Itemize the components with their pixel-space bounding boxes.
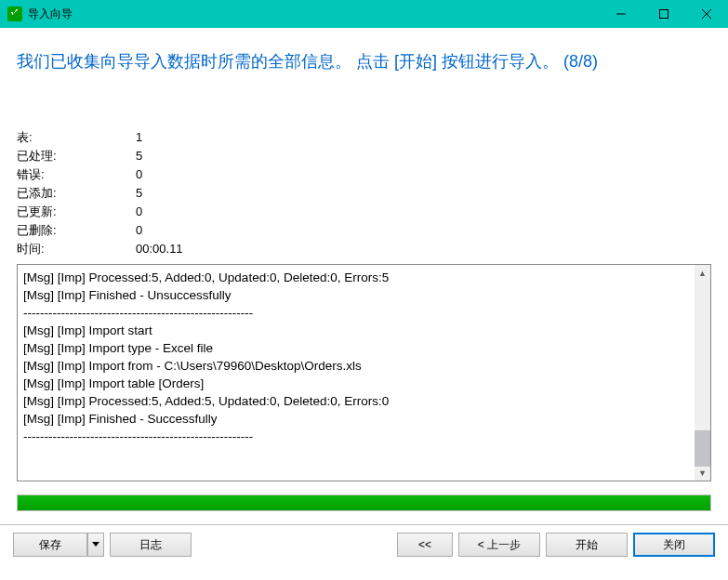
stat-row: 时间:00:00.11	[17, 240, 711, 258]
minimize-button[interactable]	[600, 0, 642, 28]
stats-table: 表:1 已处理:5 错误:0 已添加:5 已更新:0 已删除:0 时间:00:0…	[17, 128, 711, 258]
window-controls	[600, 0, 728, 28]
svg-rect-2	[660, 10, 668, 19]
scrollbar[interactable]: ▲ ▼	[695, 265, 710, 481]
start-button[interactable]: 开始	[546, 533, 628, 557]
first-step-button[interactable]: <<	[397, 533, 453, 557]
stat-value: 00:00.11	[136, 240, 183, 258]
stat-label: 已处理:	[17, 147, 136, 165]
stat-value: 1	[136, 128, 142, 147]
app-icon	[7, 7, 22, 21]
stat-label: 已更新:	[17, 203, 136, 221]
stat-row: 表:1	[17, 128, 711, 147]
svg-rect-0	[7, 7, 22, 21]
stat-label: 表:	[17, 128, 136, 147]
window-title: 导入向导	[28, 7, 600, 22]
close-window-button[interactable]	[685, 0, 728, 28]
scroll-thumb[interactable]	[695, 430, 710, 467]
save-button[interactable]: 保存	[13, 533, 87, 557]
log-button[interactable]: 日志	[110, 533, 192, 557]
scroll-up-button[interactable]: ▲	[695, 265, 710, 281]
stat-label: 已添加:	[17, 184, 136, 203]
log-content: [Msg] [Imp] Processed:5, Added:0, Update…	[18, 265, 710, 481]
log-textarea[interactable]: [Msg] [Imp] Processed:5, Added:0, Update…	[17, 264, 711, 481]
titlebar: 导入向导	[0, 0, 728, 28]
scroll-down-button[interactable]: ▼	[695, 465, 710, 481]
save-dropdown-button[interactable]	[87, 533, 104, 557]
stat-label: 错误:	[17, 165, 136, 184]
stat-row: 已添加:5	[17, 184, 711, 203]
previous-step-button[interactable]: < 上一步	[458, 533, 540, 557]
maximize-button[interactable]	[642, 0, 685, 28]
footer-buttons: 保存 日志 << < 上一步 开始 关闭	[0, 524, 728, 564]
stat-value: 0	[136, 203, 142, 221]
stat-row: 已更新:0	[17, 203, 711, 221]
stat-row: 错误:0	[17, 165, 711, 184]
stat-value: 0	[136, 165, 142, 184]
wizard-headline: 我们已收集向导导入数据时所需的全部信息。 点击 [开始] 按钮进行导入。 (8/…	[17, 50, 711, 72]
stat-row: 已删除:0	[17, 221, 711, 240]
stat-label: 时间:	[17, 240, 136, 258]
progress-bar	[17, 494, 711, 511]
stat-value: 5	[136, 147, 142, 165]
close-button[interactable]: 关闭	[633, 533, 715, 557]
stat-label: 已删除:	[17, 221, 136, 240]
stat-row: 已处理:5	[17, 147, 711, 165]
stat-value: 5	[136, 184, 142, 203]
stat-value: 0	[136, 221, 142, 240]
progress-fill	[18, 495, 710, 510]
